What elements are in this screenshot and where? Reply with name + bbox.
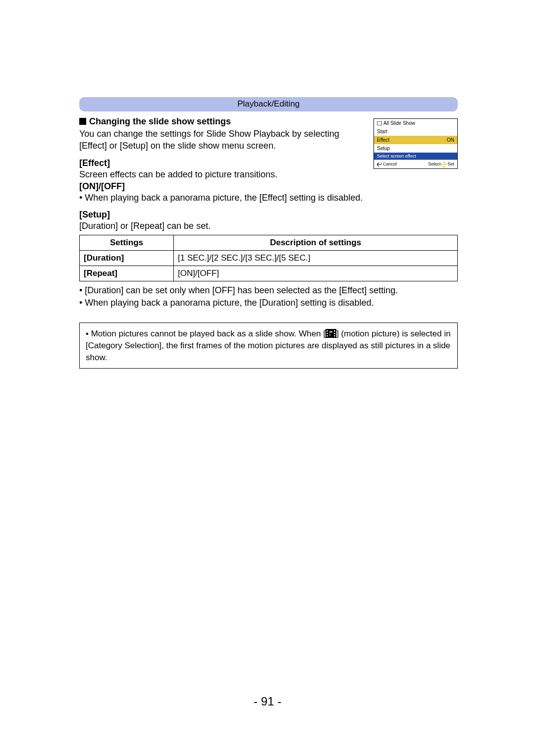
effect-options: [ON]/[OFF]: [79, 181, 458, 192]
th-settings: Settings: [80, 235, 174, 251]
section-header: Playback/Editing: [79, 97, 458, 111]
note-box: • Motion pictures cannot be played back …: [79, 323, 458, 369]
joystick-icon: [441, 162, 446, 167]
screenshot-hint: Select screen effect: [374, 153, 457, 160]
square-bullet-icon: [79, 118, 86, 125]
movie-icon: [325, 329, 336, 338]
post-note-2: • When playing back a panorama picture, …: [79, 297, 458, 309]
screenshot-item-start: Start: [374, 127, 457, 136]
effect-note: • When playing back a panorama picture, …: [79, 192, 458, 204]
screenshot-footer: Cancel Select Set: [374, 160, 457, 168]
screenshot-title: All Slide Show: [374, 119, 457, 127]
page-number: - 91 -: [0, 695, 535, 708]
table-row: [Repeat] [ON]/[OFF]: [80, 266, 458, 281]
back-arrow-icon: [377, 162, 381, 166]
settings-table: Settings Description of settings [Durati…: [79, 235, 458, 281]
setup-desc: [Duration] or [Repeat] can be set.: [79, 220, 458, 232]
th-desc: Description of settings: [174, 235, 458, 251]
playback-icon: [377, 121, 382, 125]
post-note-1: • [Duration] can be set only when [OFF] …: [79, 284, 458, 296]
effect-desc: Screen effects can be added to picture t…: [79, 168, 458, 180]
screenshot-item-setup: Setup: [374, 144, 457, 153]
table-row: [Duration] [1 SEC.]/[2 SEC.]/[3 SEC.]/[5…: [80, 251, 458, 266]
camera-screenshot: All Slide Show Start Effect ON Setup Sel…: [374, 118, 458, 169]
screenshot-item-effect: Effect ON: [374, 136, 457, 144]
setup-title: [Setup]: [79, 210, 458, 220]
